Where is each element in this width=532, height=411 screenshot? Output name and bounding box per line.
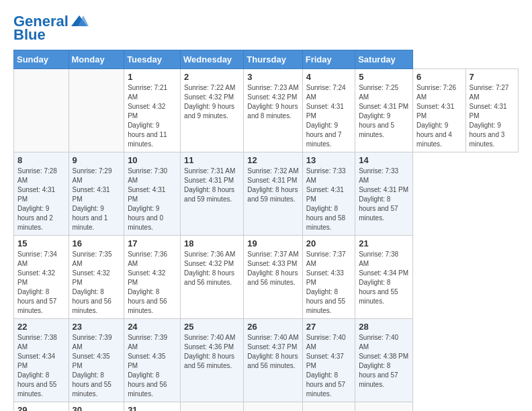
day-info: Sunrise: 7:35 AMSunset: 4:32 PMDaylight:… bbox=[73, 250, 121, 316]
calendar-cell: 24Sunrise: 7:39 AMSunset: 4:35 PMDayligh… bbox=[124, 319, 181, 402]
calendar-cell: 11Sunrise: 7:31 AMSunset: 4:31 PMDayligh… bbox=[181, 152, 244, 236]
calendar-cell: 21Sunrise: 7:38 AMSunset: 4:34 PMDayligh… bbox=[355, 236, 413, 319]
calendar-cell: 29Sunrise: 7:41 AMSunset: 4:39 PMDayligh… bbox=[14, 402, 69, 411]
calendar-cell bbox=[302, 402, 355, 411]
calendar-cell: 1Sunrise: 7:21 AMSunset: 4:32 PMDaylight… bbox=[124, 69, 181, 152]
day-number: 26 bbox=[247, 322, 298, 332]
calendar-cell: 13Sunrise: 7:33 AMSunset: 4:31 PMDayligh… bbox=[302, 152, 355, 236]
calendar-cell bbox=[355, 402, 413, 411]
day-number: 3 bbox=[247, 72, 298, 82]
week-row-5: 29Sunrise: 7:41 AMSunset: 4:39 PMDayligh… bbox=[14, 402, 519, 411]
day-info: Sunrise: 7:39 AMSunset: 4:35 PMDaylight:… bbox=[73, 333, 121, 399]
day-info: Sunrise: 7:40 AMSunset: 4:37 PMDaylight:… bbox=[247, 333, 298, 371]
day-number: 22 bbox=[17, 322, 65, 332]
day-info: Sunrise: 7:26 AMSunset: 4:31 PMDaylight:… bbox=[416, 83, 461, 149]
calendar-cell: 14Sunrise: 7:33 AMSunset: 4:31 PMDayligh… bbox=[355, 152, 413, 236]
calendar-cell: 2Sunrise: 7:22 AMSunset: 4:32 PMDaylight… bbox=[181, 69, 244, 152]
day-number: 24 bbox=[128, 322, 177, 332]
week-row-1: 1Sunrise: 7:21 AMSunset: 4:32 PMDaylight… bbox=[14, 69, 519, 152]
day-number: 14 bbox=[359, 155, 409, 165]
calendar-cell: 8Sunrise: 7:28 AMSunset: 4:31 PMDaylight… bbox=[14, 152, 69, 236]
day-number: 11 bbox=[184, 155, 240, 165]
day-info: Sunrise: 7:29 AMSunset: 4:31 PMDaylight:… bbox=[73, 167, 121, 232]
day-number: 21 bbox=[359, 238, 409, 248]
day-info: Sunrise: 7:38 AMSunset: 4:34 PMDaylight:… bbox=[359, 250, 409, 306]
day-number: 27 bbox=[306, 322, 351, 332]
calendar-cell: 3Sunrise: 7:23 AMSunset: 4:32 PMDaylight… bbox=[244, 69, 302, 152]
day-number: 18 bbox=[184, 238, 240, 248]
day-number: 28 bbox=[359, 322, 409, 332]
day-info: Sunrise: 7:23 AMSunset: 4:32 PMDaylight:… bbox=[247, 83, 298, 121]
calendar-cell: 12Sunrise: 7:32 AMSunset: 4:31 PMDayligh… bbox=[244, 152, 302, 236]
calendar-cell: 6Sunrise: 7:26 AMSunset: 4:31 PMDaylight… bbox=[413, 69, 466, 152]
day-info: Sunrise: 7:40 AMSunset: 4:37 PMDaylight:… bbox=[306, 333, 351, 399]
day-number: 29 bbox=[17, 405, 65, 411]
day-number: 13 bbox=[306, 155, 351, 165]
calendar-cell-empty bbox=[14, 69, 69, 152]
day-number: 5 bbox=[359, 72, 409, 82]
day-info: Sunrise: 7:30 AMSunset: 4:31 PMDaylight:… bbox=[128, 167, 177, 232]
col-header-thursday: Thursday bbox=[244, 50, 302, 69]
day-number: 6 bbox=[416, 72, 461, 82]
day-info: Sunrise: 7:33 AMSunset: 4:31 PMDaylight:… bbox=[359, 167, 409, 223]
day-number: 8 bbox=[17, 155, 65, 165]
day-info: Sunrise: 7:28 AMSunset: 4:31 PMDaylight:… bbox=[17, 167, 65, 232]
calendar-cell: 30Sunrise: 7:41 AMSunset: 4:40 PMDayligh… bbox=[69, 402, 124, 411]
logo: General Blue bbox=[13, 13, 89, 43]
col-header-sunday: Sunday bbox=[14, 50, 69, 69]
calendar-cell: 10Sunrise: 7:30 AMSunset: 4:31 PMDayligh… bbox=[124, 152, 181, 236]
page-header: General Blue bbox=[13, 13, 519, 43]
day-info: Sunrise: 7:33 AMSunset: 4:31 PMDaylight:… bbox=[306, 167, 351, 232]
week-row-2: 8Sunrise: 7:28 AMSunset: 4:31 PMDaylight… bbox=[14, 152, 519, 236]
day-number: 4 bbox=[306, 72, 351, 82]
day-number: 25 bbox=[184, 322, 240, 332]
logo-icon bbox=[70, 14, 89, 29]
calendar-cell: 4Sunrise: 7:24 AMSunset: 4:31 PMDaylight… bbox=[302, 69, 355, 152]
day-number: 7 bbox=[470, 72, 515, 82]
day-number: 10 bbox=[128, 155, 177, 165]
calendar-cell bbox=[244, 402, 302, 411]
calendar-cell: 25Sunrise: 7:40 AMSunset: 4:36 PMDayligh… bbox=[181, 319, 244, 402]
calendar-cell: 22Sunrise: 7:38 AMSunset: 4:34 PMDayligh… bbox=[14, 319, 69, 402]
calendar-table: SundayMondayTuesdayWednesdayThursdayFrid… bbox=[13, 50, 519, 411]
day-info: Sunrise: 7:38 AMSunset: 4:34 PMDaylight:… bbox=[17, 333, 65, 399]
day-number: 12 bbox=[247, 155, 298, 165]
day-info: Sunrise: 7:39 AMSunset: 4:35 PMDaylight:… bbox=[128, 333, 177, 399]
calendar-cell: 20Sunrise: 7:37 AMSunset: 4:33 PMDayligh… bbox=[302, 236, 355, 319]
day-info: Sunrise: 7:36 AMSunset: 4:32 PMDaylight:… bbox=[184, 250, 240, 287]
calendar-cell-empty bbox=[69, 69, 124, 152]
calendar-cell: 31Sunrise: 7:41 AMSunset: 4:40 PMDayligh… bbox=[124, 402, 181, 411]
day-info: Sunrise: 7:27 AMSunset: 4:31 PMDaylight:… bbox=[470, 83, 515, 149]
day-number: 17 bbox=[128, 238, 177, 248]
day-number: 23 bbox=[73, 322, 121, 332]
col-header-wednesday: Wednesday bbox=[181, 50, 244, 69]
calendar-cell: 5Sunrise: 7:25 AMSunset: 4:31 PMDaylight… bbox=[355, 69, 413, 152]
day-number: 31 bbox=[128, 405, 177, 411]
day-number: 1 bbox=[128, 72, 177, 82]
day-number: 16 bbox=[73, 238, 121, 248]
calendar-cell bbox=[181, 402, 244, 411]
calendar-cell: 28Sunrise: 7:40 AMSunset: 4:38 PMDayligh… bbox=[355, 319, 413, 402]
day-number: 15 bbox=[17, 238, 65, 248]
day-number: 9 bbox=[73, 155, 121, 165]
col-header-friday: Friday bbox=[302, 50, 355, 69]
calendar-cell: 16Sunrise: 7:35 AMSunset: 4:32 PMDayligh… bbox=[69, 236, 124, 319]
calendar-cell: 27Sunrise: 7:40 AMSunset: 4:37 PMDayligh… bbox=[302, 319, 355, 402]
day-info: Sunrise: 7:40 AMSunset: 4:36 PMDaylight:… bbox=[184, 333, 240, 371]
calendar-cell: 17Sunrise: 7:36 AMSunset: 4:32 PMDayligh… bbox=[124, 236, 181, 319]
day-info: Sunrise: 7:34 AMSunset: 4:32 PMDaylight:… bbox=[17, 250, 65, 316]
col-header-saturday: Saturday bbox=[355, 50, 413, 69]
logo-blue-text: Blue bbox=[13, 27, 46, 43]
col-header-monday: Monday bbox=[69, 50, 124, 69]
day-info: Sunrise: 7:37 AMSunset: 4:33 PMDaylight:… bbox=[247, 250, 298, 287]
day-info: Sunrise: 7:31 AMSunset: 4:31 PMDaylight:… bbox=[184, 167, 240, 204]
day-info: Sunrise: 7:32 AMSunset: 4:31 PMDaylight:… bbox=[247, 167, 298, 204]
calendar-cell: 15Sunrise: 7:34 AMSunset: 4:32 PMDayligh… bbox=[14, 236, 69, 319]
day-number: 30 bbox=[73, 405, 121, 411]
day-info: Sunrise: 7:21 AMSunset: 4:32 PMDaylight:… bbox=[128, 83, 177, 149]
day-info: Sunrise: 7:36 AMSunset: 4:32 PMDaylight:… bbox=[128, 250, 177, 316]
week-row-3: 15Sunrise: 7:34 AMSunset: 4:32 PMDayligh… bbox=[14, 236, 519, 319]
calendar-cell: 26Sunrise: 7:40 AMSunset: 4:37 PMDayligh… bbox=[244, 319, 302, 402]
calendar-cell: 7Sunrise: 7:27 AMSunset: 4:31 PMDaylight… bbox=[466, 69, 519, 152]
col-header-tuesday: Tuesday bbox=[124, 50, 181, 69]
